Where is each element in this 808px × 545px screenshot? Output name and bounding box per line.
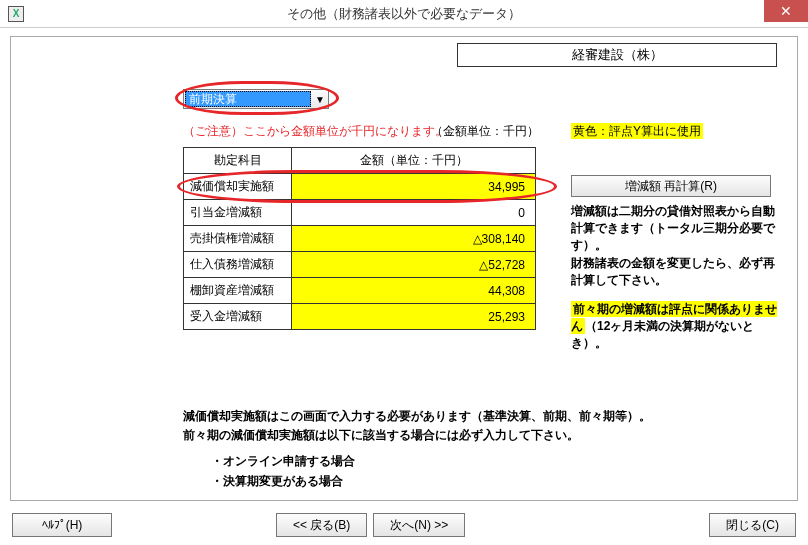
- table-row: 売掛債権増減額 △308,140: [184, 226, 536, 252]
- close-icon: ✕: [780, 3, 792, 19]
- table-row: 減価償却実施額 34,995: [184, 174, 536, 200]
- bottom-list: ・オンライン申請する場合 ・決算期変更がある場合: [211, 451, 355, 492]
- row-amount[interactable]: △308,140: [292, 226, 536, 252]
- close-button[interactable]: 閉じる(C): [709, 513, 796, 537]
- help-button[interactable]: ﾍﾙﾌﾟ(H): [12, 513, 112, 537]
- period-dropdown-wrap: 前期決算 ▼: [183, 89, 329, 109]
- back-button[interactable]: << 戻る(B): [276, 513, 367, 537]
- row-label: 受入金増減額: [184, 304, 292, 330]
- caution-text: （ご注意）ここから金額単位が千円になります。: [183, 123, 447, 140]
- row-label: 売掛債権増減額: [184, 226, 292, 252]
- row-amount[interactable]: 44,308: [292, 278, 536, 304]
- row-amount[interactable]: 34,995: [292, 174, 536, 200]
- recalc-button[interactable]: 増減額 再計算(R): [571, 175, 771, 197]
- window-title: その他（財務諸表以外で必要なデータ）: [0, 5, 808, 23]
- side-note-1: 増減額は二期分の貸借対照表から自動計算できます（トータル三期分必要です）。: [571, 203, 781, 253]
- period-dropdown-selected: 前期決算: [185, 91, 311, 107]
- header-item: 勘定科目: [184, 148, 292, 174]
- company-name-box: 経審建設（株）: [457, 43, 777, 67]
- table-row: 棚卸資産増減額 44,308: [184, 278, 536, 304]
- header-amount: 金額（単位：千円）: [292, 148, 536, 174]
- side-note-2: 財務諸表の金額を変更したら、必ず再計算して下さい。: [571, 255, 781, 289]
- nav-button-group: << 戻る(B) 次へ(N) >>: [276, 513, 465, 537]
- table-row: 仕入債務増減額 △52,728: [184, 252, 536, 278]
- table-row: 受入金増減額 25,293: [184, 304, 536, 330]
- row-amount[interactable]: 25,293: [292, 304, 536, 330]
- table-row: 引当金増減額 0: [184, 200, 536, 226]
- yellow-usage-note: 黄色：評点Y算出に使用: [571, 123, 703, 140]
- row-label: 棚卸資産増減額: [184, 278, 292, 304]
- row-label: 仕入債務増減額: [184, 252, 292, 278]
- titlebar: X その他（財務諸表以外で必要なデータ） ✕: [0, 0, 808, 28]
- row-amount[interactable]: △52,728: [292, 252, 536, 278]
- chevron-down-icon: ▼: [312, 90, 328, 108]
- bottom-note: 減価償却実施額はこの画面で入力する必要があります（基準決算、前期、前々期等）。 …: [183, 407, 651, 445]
- row-label: 引当金増減額: [184, 200, 292, 226]
- accounts-table: 勘定科目 金額（単位：千円） 減価償却実施額 34,995 引当金増減額 0 売…: [183, 147, 536, 330]
- unit-label: （金額単位：千円）: [431, 123, 539, 140]
- next-button[interactable]: 次へ(N) >>: [373, 513, 465, 537]
- bottom-bar: ﾍﾙﾌﾟ(H) << 戻る(B) 次へ(N) >> 閉じる(C): [0, 505, 808, 545]
- row-label: 減価償却実施額: [184, 174, 292, 200]
- window-close-button[interactable]: ✕: [764, 0, 808, 22]
- row-amount[interactable]: 0: [292, 200, 536, 226]
- period-dropdown[interactable]: 前期決算 ▼: [183, 89, 329, 109]
- table-header-row: 勘定科目 金額（単位：千円）: [184, 148, 536, 174]
- content-frame: 経審建設（株） 前期決算 ▼ （ご注意）ここから金額単位が千円になります。 （金…: [10, 36, 798, 501]
- side-note-3: 前々期の増減額は評点に関係ありません（12ヶ月未満の決算期がないとき）。: [571, 301, 781, 351]
